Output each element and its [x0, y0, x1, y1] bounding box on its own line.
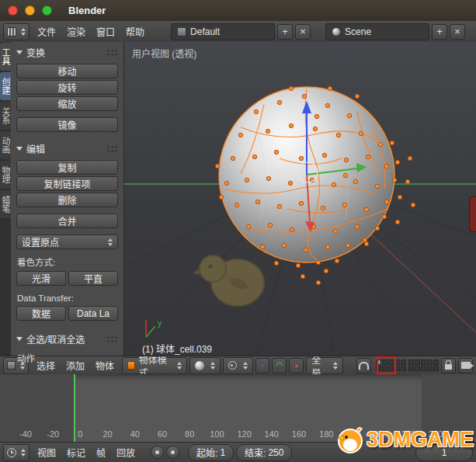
action-label: 动作	[17, 352, 118, 364]
shade-flat-button[interactable]: 平直	[68, 271, 118, 286]
delete-scene-button[interactable]: ×	[450, 24, 465, 40]
manipulator-translate-button[interactable]: ↑	[255, 358, 270, 373]
panel-grip-icon[interactable]	[106, 145, 118, 152]
screen-layout-value: Default	[190, 26, 220, 37]
shading-label: 着色方式:	[17, 255, 118, 268]
layer-cell[interactable]	[401, 360, 406, 365]
timeline-menus: 视图标记帧回放	[32, 443, 141, 462]
manipulator-scale-button[interactable]: ▪	[289, 358, 304, 373]
particle-dot	[411, 203, 415, 207]
duplicate-linked-button[interactable]: 复制链接项	[16, 176, 118, 191]
opengl-render-button[interactable]	[458, 358, 473, 373]
manipulator-rotate-button[interactable]: ◠	[272, 358, 287, 373]
particle-dot	[215, 164, 219, 168]
particle-dot	[375, 184, 379, 188]
scene-icon	[332, 27, 341, 36]
info-menus: 文件渲染窗口帮助	[32, 21, 150, 42]
object-mode-icon	[127, 361, 135, 370]
timeline-editor-type-button[interactable]	[3, 444, 30, 461]
particle-dot	[390, 141, 394, 144]
panel-transform[interactable]: 变换	[16, 45, 118, 59]
toolshelf-tab[interactable]: 蜡笔	[0, 190, 11, 218]
particle-dot	[299, 201, 303, 205]
translate-button[interactable]: 移动	[16, 64, 118, 78]
panel-grip-icon[interactable]	[106, 335, 118, 342]
shading-dropdown[interactable]	[189, 357, 221, 374]
scale-button[interactable]: 缩放	[16, 96, 118, 111]
menu-item[interactable]: 渲染	[61, 21, 91, 42]
delete-button[interactable]: 删除	[16, 193, 118, 207]
menu-item[interactable]: 帧	[91, 443, 111, 462]
layer-cell[interactable]	[401, 366, 406, 371]
panel-edit[interactable]: 编辑	[16, 141, 118, 155]
particle-dot	[245, 178, 248, 182]
layer-cell[interactable]	[427, 366, 433, 371]
menu-item[interactable]: 视图	[32, 443, 61, 462]
menu-item[interactable]: 回放	[111, 443, 141, 462]
watermark-bird-icon	[335, 424, 365, 455]
layer-cell[interactable]	[415, 360, 420, 365]
layer-cell[interactable]	[421, 366, 426, 371]
frame-end-field[interactable]: 结束: 250	[236, 444, 292, 461]
layer-cell[interactable]	[421, 360, 426, 365]
layer-cell[interactable]	[427, 360, 433, 365]
add-screen-layout-button[interactable]: +	[277, 24, 293, 40]
particle-dot	[347, 113, 351, 117]
watermark-bottom-right: 3DMGAME	[335, 424, 474, 455]
duplicate-button[interactable]: 复制	[16, 160, 118, 175]
active-object-label: (1) 球体_cell.039	[142, 342, 212, 355]
toolshelf-tab[interactable]: 关系	[0, 102, 11, 130]
set-origin-button[interactable]: 设置原点	[16, 234, 118, 249]
frame-start-field[interactable]: 起始: 1	[188, 444, 234, 461]
toolshelf-tab[interactable]: 创建	[0, 72, 11, 100]
toolshelf-tab[interactable]: 动画	[0, 131, 11, 159]
mode-dropdown[interactable]: 物体模式	[122, 357, 187, 374]
menu-item[interactable]: 标记	[61, 443, 91, 462]
layer-cell[interactable]	[408, 360, 414, 365]
view-name-label: 用户视图 (透视)	[132, 47, 196, 60]
shade-smooth-button[interactable]: 光滑	[16, 271, 66, 286]
menu-item[interactable]: 文件	[32, 21, 61, 42]
join-button[interactable]: 合并	[16, 214, 118, 228]
rotate-button[interactable]: 旋转	[16, 80, 118, 95]
data-button[interactable]: 数据	[16, 306, 66, 321]
menu-item[interactable]: 帮助	[120, 21, 150, 42]
panel-grip-icon[interactable]	[106, 49, 118, 56]
layer-cell[interactable]	[408, 366, 414, 371]
add-scene-button[interactable]: +	[432, 24, 447, 40]
data-layout-button[interactable]: Data La	[68, 306, 118, 321]
layer-cell[interactable]	[433, 360, 439, 365]
particle-dot	[231, 156, 235, 160]
toolshelf-tab[interactable]: 物理	[0, 161, 11, 189]
maximize-window-button[interactable]	[42, 5, 52, 16]
menu-item[interactable]: 窗口	[91, 21, 120, 42]
panel-select-all[interactable]: 全选/取消全选	[16, 332, 118, 346]
ruler-label: 60	[158, 429, 167, 439]
particle-dot	[384, 164, 388, 168]
panel-select-all-title: 全选/取消全选	[26, 332, 85, 346]
particle-dot	[336, 133, 340, 137]
particle-dot	[252, 155, 256, 158]
delete-screen-layout-button[interactable]: ×	[295, 24, 311, 40]
toolshelf-tab[interactable]: 工具	[0, 43, 11, 71]
pivot-dropdown[interactable]	[223, 357, 253, 374]
layer-cell[interactable]	[415, 366, 420, 371]
layer-cell[interactable]	[433, 366, 439, 371]
screen-layout-selector[interactable]: Default	[171, 23, 275, 40]
set-origin-label: 设置原点	[22, 235, 59, 248]
minimize-window-button[interactable]	[25, 5, 35, 16]
snap-toggle-button[interactable]	[356, 358, 371, 373]
orientation-dropdown[interactable]: 全局	[306, 357, 343, 374]
layer-grid-right[interactable]	[408, 360, 439, 371]
particle-dot	[304, 248, 307, 252]
particle-dot	[408, 156, 412, 160]
lock-button[interactable]	[441, 358, 456, 373]
playback-record-button[interactable]	[166, 446, 179, 459]
close-window-button[interactable]	[8, 5, 18, 16]
mirror-button[interactable]: 镜像	[16, 117, 118, 132]
info-editor-type-button[interactable]	[3, 23, 30, 40]
playback-sync-button[interactable]	[151, 446, 164, 459]
particle-dot	[353, 179, 357, 183]
clock-icon	[7, 448, 16, 457]
scene-selector[interactable]: Scene	[325, 23, 429, 40]
